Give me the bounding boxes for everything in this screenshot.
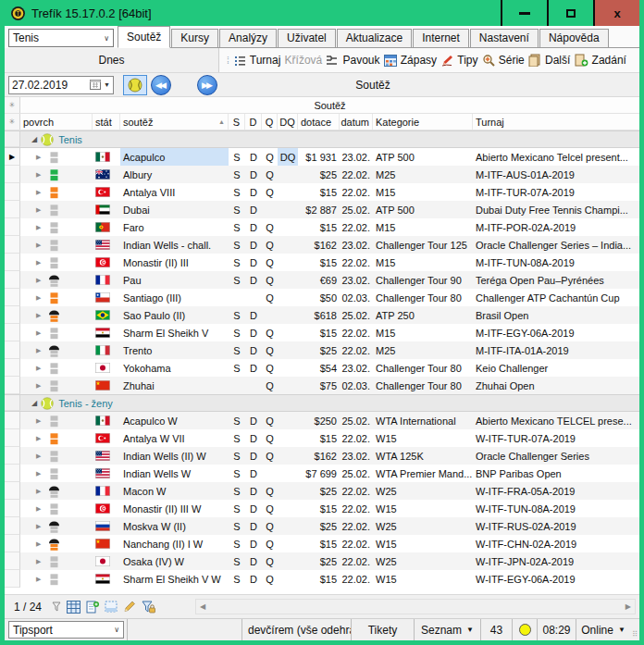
table-row[interactable]: ▶Macon WSDQ$2522.02.W25W-ITF-FRA-05A-201… — [5, 482, 639, 500]
tab-kursy[interactable]: Kursy — [171, 29, 218, 47]
table-row[interactable]: ▶Sao Paulo (II)SD$61825.02.ATP 250Brasil… — [5, 306, 639, 324]
row-header-cell[interactable] — [5, 166, 20, 183]
table-row[interactable]: ▶Monastir (II) IIISDQ$1522.02.M15M-ITF-T… — [5, 254, 639, 271]
table-row[interactable]: ▶AlburySDQ$2522.02.M25M-ITF-AUS-01A-2019 — [5, 166, 639, 183]
expand-icon[interactable]: ▶ — [36, 259, 41, 267]
expand-icon[interactable]: ▶ — [36, 453, 41, 460]
sport-selector[interactable]: Tenis ∨ — [8, 29, 114, 47]
table-row[interactable]: ▶Sharm El Sheikh V WSDQ$1522.02.W15W-ITF… — [5, 570, 639, 588]
tournament-name-cell[interactable]: Albury — [120, 166, 229, 183]
col-kategorie[interactable]: Kategorie — [373, 114, 473, 130]
tournament-name-cell[interactable]: Sharm El Sheikh V W — [120, 570, 229, 588]
expand-icon[interactable]: ▶ — [36, 365, 41, 372]
row-header-cell[interactable] — [5, 201, 20, 218]
row-header-cell[interactable] — [5, 429, 20, 447]
col-soutez[interactable]: soutěž▲ — [120, 114, 229, 130]
minimize-button[interactable] — [501, 0, 547, 26]
table-row[interactable]: ▶DubaiSD$2 88725.02.ATP 500Dubai Duty Fr… — [5, 201, 639, 218]
tournament-name-cell[interactable]: Santiago (III) — [120, 289, 229, 306]
tab-soutez[interactable]: Soutěž — [118, 26, 170, 48]
row-header-cell[interactable] — [5, 517, 20, 535]
next-button[interactable]: ▶▶ — [197, 75, 217, 95]
row-header-cell[interactable] — [5, 500, 20, 517]
tab-napoveda[interactable]: Nápověda — [539, 29, 609, 47]
tournament-name-cell[interactable]: Osaka (IV) W — [120, 552, 229, 570]
scroll-right-icon[interactable]: ▶ — [625, 602, 631, 611]
new-record-icon[interactable] — [86, 601, 99, 614]
collapse-icon[interactable]: ◢ — [31, 135, 37, 143]
tournament-name-cell[interactable]: Pau — [120, 271, 229, 289]
filter-lock-icon[interactable] — [142, 601, 155, 614]
tournament-name-cell[interactable]: Macon W — [120, 482, 229, 500]
table-row[interactable]: ▶Indian Wells (II) WSDQ$16223.02.WTA 125… — [5, 447, 639, 465]
table-row[interactable]: ▶Antalya VIIISDQ$1522.02.M15M-ITF-TUR-07… — [5, 183, 639, 201]
tab-nastaveni[interactable]: Nastavení — [470, 29, 539, 47]
col-dq[interactable]: DQ — [278, 114, 298, 130]
expand-icon[interactable]: ▶ — [36, 171, 41, 179]
row-header-cell[interactable] — [5, 447, 20, 465]
tickets-button[interactable]: Tikety — [352, 619, 415, 640]
row-header-cell[interactable] — [5, 218, 20, 236]
grid-view-icon[interactable] — [67, 601, 80, 614]
tournament-name-cell[interactable]: Faro — [120, 218, 229, 236]
serie-button[interactable]: Série — [482, 54, 525, 67]
date-input[interactable]: 27.02.2019 ▼ — [8, 76, 114, 94]
tournament-name-cell[interactable]: Indian Wells - chall. — [120, 236, 229, 254]
row-header-cell[interactable] — [5, 377, 20, 394]
expand-icon[interactable]: ▶ — [36, 540, 41, 548]
group-row[interactable]: ◢Tenis — [5, 130, 639, 148]
row-header-cell[interactable] — [5, 465, 20, 482]
expand-icon[interactable]: ▶ — [36, 294, 41, 302]
resize-grip[interactable]: ⠿ — [630, 619, 639, 640]
turnaj-button[interactable]: Turnaj — [234, 54, 281, 67]
table-row[interactable]: ▶Indian Wells - chall.SDQ$16223.02.Chall… — [5, 236, 639, 254]
previous-button[interactable]: ◀◀ — [151, 75, 171, 95]
expand-icon[interactable]: ▶ — [36, 417, 41, 425]
tab-aktualizace[interactable]: Aktualizace — [337, 29, 412, 47]
expand-icon[interactable]: ▶ — [36, 523, 41, 530]
group-row[interactable]: ◢Tenis - ženy — [5, 394, 639, 412]
row-header-cell[interactable] — [5, 412, 20, 429]
collapse-icon[interactable]: ◢ — [31, 399, 37, 407]
dalsi-button[interactable]: Další — [528, 54, 570, 67]
tournament-name-cell[interactable]: Monastir (II) III W — [120, 500, 229, 517]
row-header-cell[interactable]: ▶ — [5, 148, 20, 166]
tournament-name-cell[interactable]: Zhuhai — [120, 377, 229, 394]
col-turnaj[interactable]: Turnaj — [473, 114, 639, 130]
col-povrch[interactable]: povrch — [20, 114, 93, 130]
tournament-name-cell[interactable]: Acapulco — [120, 148, 229, 166]
krizova-button[interactable]: Křížová — [285, 54, 323, 67]
table-row[interactable]: ▶Sharm El Sheikh VSDQ$1522.02.M15M-ITF-E… — [5, 324, 639, 341]
tournament-name-cell[interactable]: Nanchang (II) I W — [120, 535, 229, 552]
band-corner-icon[interactable]: ✳ — [5, 97, 20, 113]
table-row[interactable]: ▶PauSDQ€6923.02.Challenger Tour 90Teréga… — [5, 271, 639, 289]
tournament-name-cell[interactable]: Indian Wells (II) W — [120, 447, 229, 465]
col-q[interactable]: Q — [262, 114, 278, 130]
col-d[interactable]: D — [245, 114, 262, 130]
expand-icon[interactable]: ▶ — [36, 435, 41, 442]
row-header-cell[interactable] — [5, 271, 20, 289]
edit-icon[interactable] — [123, 601, 136, 613]
select-region-icon[interactable] — [105, 601, 118, 613]
col-dotace[interactable]: dotace — [298, 114, 340, 130]
table-row[interactable]: ▶Indian Wells WSD$7 69925.02.WTA Premier… — [5, 465, 639, 482]
row-header-cell[interactable] — [5, 482, 20, 500]
tournament-name-cell[interactable]: Antalya VIII — [120, 183, 229, 201]
row-header-cell[interactable] — [5, 254, 20, 271]
table-row[interactable]: ▶TrentoSDQ$2522.02.M25M-ITF-ITA-01A-2019 — [5, 341, 639, 359]
row-header-cell[interactable] — [5, 359, 20, 377]
table-row[interactable]: ▶YokohamaSDQ$5423.02.Challenger Tour 80K… — [5, 359, 639, 377]
row-header-cell[interactable] — [5, 236, 20, 254]
tennis-filter-button[interactable] — [123, 75, 147, 95]
row-header-cell[interactable] — [5, 306, 20, 324]
row-header-cell[interactable] — [5, 131, 20, 147]
today-button[interactable]: Dnes — [5, 48, 219, 72]
bookmaker-selector[interactable]: Tipsport ∨ — [8, 621, 124, 639]
row-header-cell[interactable] — [5, 324, 20, 341]
expand-icon[interactable]: ▶ — [36, 154, 41, 161]
table-row[interactable]: ▶Santiago (III)Q$5002.03.Challenger Tour… — [5, 289, 639, 306]
expand-icon[interactable]: ▶ — [36, 277, 41, 284]
horizontal-scrollbar[interactable]: ◀ ▶ — [195, 599, 636, 614]
filter-icon[interactable] — [52, 602, 61, 612]
table-row[interactable]: ▶Moskva W (II)SDQ$2522.02.W25W-ITF-RUS-0… — [5, 517, 639, 535]
